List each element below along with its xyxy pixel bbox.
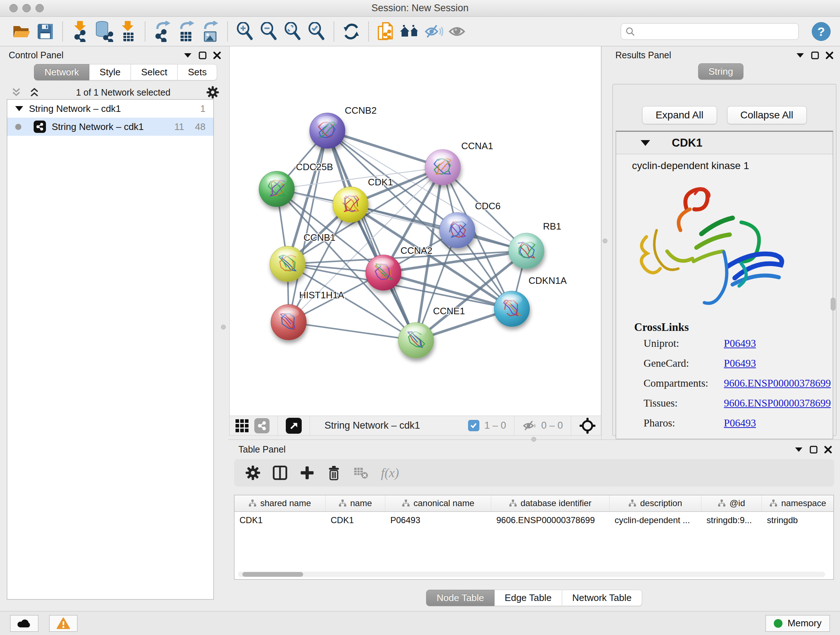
eye-button[interactable] (446, 20, 470, 43)
panel-float-button[interactable] (796, 52, 805, 58)
function-builder-button[interactable]: f(x) (381, 465, 399, 480)
search-input[interactable] (638, 27, 794, 36)
column-header--id[interactable]: @id (701, 495, 762, 511)
open-session-button[interactable] (9, 20, 33, 43)
panel-close-button[interactable] (213, 51, 221, 59)
collection-expander-icon[interactable] (15, 106, 23, 111)
delete-table-icon[interactable] (354, 466, 369, 479)
crosslink-value-link[interactable]: 9606.ENSP00000378699 (724, 377, 831, 389)
network-edge-cdk1-rb1[interactable] (351, 204, 526, 251)
create-column-plus-icon[interactable] (300, 466, 314, 480)
table-cell[interactable]: 9606.ENSP00000378699 (491, 512, 609, 529)
column-header-database-identifier[interactable]: database identifier (491, 495, 609, 511)
network-edge-ccnb2-ccna1[interactable] (327, 131, 443, 167)
network-node-hist1h1a[interactable]: HIST1H1A (271, 290, 344, 340)
column-header-description[interactable]: description (609, 495, 701, 511)
network-graph[interactable]: CCNB2CCNA1CDC25BCDK1CDC6RB1CCNB1CCNA2CDK… (230, 46, 601, 415)
collapse-all-networks-icon[interactable] (11, 87, 22, 98)
protein-card-header[interactable]: CDK1 (616, 132, 833, 154)
tab-select[interactable]: Select (131, 64, 178, 80)
export-image-button[interactable] (198, 20, 222, 43)
panel-undock-button[interactable] (811, 51, 819, 59)
table-row[interactable]: CDK1CDK1P064939606.ENSP00000378699cyclin… (234, 512, 834, 529)
protein-card-expander-icon[interactable] (641, 140, 650, 146)
selected-nodes-checkbox[interactable] (468, 420, 479, 431)
fit-selected-crosshair-icon[interactable] (579, 417, 596, 434)
column-header-namespace[interactable]: namespace (762, 495, 834, 511)
crosslink-value-link[interactable]: P06493 (724, 357, 756, 369)
warnings-button[interactable] (49, 615, 77, 632)
panel-undock-button[interactable] (199, 51, 207, 59)
birdseye-view-icon[interactable] (235, 418, 249, 433)
export-table-button[interactable] (174, 20, 198, 43)
results-scrollbar-thumb[interactable] (831, 298, 836, 310)
import-network-file-button[interactable] (68, 20, 92, 43)
export-network-button[interactable] (150, 20, 174, 43)
collapse-all-button[interactable]: Collapse All (727, 106, 807, 124)
network-node-ccne1[interactable]: CCNE1 (398, 306, 465, 358)
cloud-status-button[interactable] (10, 615, 38, 632)
table-cell[interactable]: stringdb (762, 512, 834, 529)
column-header-shared-name[interactable]: shared name (234, 495, 325, 511)
tab-sets[interactable]: Sets (178, 64, 217, 80)
import-network-database-button[interactable] (92, 20, 116, 43)
zoom-selected-button[interactable] (305, 20, 328, 43)
tab-node-table[interactable]: Node Table (426, 590, 494, 606)
network-node-ccna1[interactable]: CCNA1 (425, 141, 493, 185)
panel-close-button[interactable] (824, 446, 832, 454)
crosslink-value-link[interactable]: P06493 (724, 337, 756, 349)
crosslink-value-link[interactable]: 9606.ENSP00000378699 (724, 397, 831, 409)
column-header-canonical-name[interactable]: canonical name (385, 495, 491, 511)
close-button[interactable] (9, 4, 18, 12)
table-cell[interactable]: cyclin-dependent ... (609, 512, 701, 529)
tab-style[interactable]: Style (89, 64, 131, 80)
splitter-handle[interactable] (603, 239, 607, 243)
table-cell[interactable]: CDK1 (325, 512, 385, 529)
column-header-name[interactable]: name (325, 495, 385, 511)
table-cell[interactable]: CDK1 (234, 512, 325, 529)
detach-view-button[interactable] (286, 418, 302, 434)
tab-network[interactable]: Network (34, 64, 89, 80)
panel-undock-button[interactable] (810, 446, 818, 454)
network-options-gear-icon[interactable] (207, 86, 219, 98)
network-edge-ccnb2-ccne1[interactable] (327, 131, 416, 340)
zoom-fit-button[interactable] (281, 20, 305, 43)
delete-column-trash-icon[interactable] (327, 465, 341, 480)
import-table-button[interactable] (116, 20, 140, 43)
zoom-in-button[interactable] (233, 20, 257, 43)
splitter-handle[interactable] (221, 325, 226, 329)
table-horizontal-scrollbar[interactable] (238, 572, 825, 577)
help-button[interactable]: ? (812, 22, 831, 41)
network-edge-hist1h1a-ccne1[interactable] (289, 322, 416, 340)
network-node-rb1[interactable]: RB1 (508, 221, 561, 269)
scrollbar-thumb[interactable] (242, 572, 303, 577)
network-row-selected[interactable]: String Network – cdk1 11 48 (7, 118, 213, 136)
save-session-button[interactable] (33, 20, 57, 43)
memory-button[interactable]: Memory (766, 615, 830, 632)
apply-layout-button[interactable] (339, 20, 363, 43)
zoom-button[interactable] (35, 4, 44, 12)
splitter-handle[interactable] (531, 437, 536, 442)
network-canvas[interactable]: CCNB2CCNA1CDC25BCDK1CDC6RB1CCNB1CCNA2CDK… (229, 46, 601, 416)
minimize-button[interactable] (22, 4, 31, 12)
show-columns-icon[interactable] (272, 465, 287, 480)
string-view-icon[interactable] (254, 418, 270, 433)
network-collection-row[interactable]: String Network – cdk1 1 (7, 100, 213, 118)
table-cell[interactable]: stringdb:9... (701, 512, 762, 529)
new-network-from-selection-button[interactable] (374, 20, 398, 43)
network-node-ccnb1[interactable]: CCNB1 (270, 232, 335, 282)
string-home-button[interactable] (398, 20, 422, 43)
crosslink-value-link[interactable]: P06493 (724, 417, 756, 429)
panel-float-button[interactable] (183, 52, 192, 58)
panel-float-button[interactable] (794, 447, 803, 453)
tab-edge-table[interactable]: Edge Table (494, 590, 562, 606)
table-options-gear-icon[interactable] (246, 466, 260, 480)
show-hide-details-button[interactable] (422, 20, 446, 43)
tab-string[interactable]: String (698, 63, 744, 80)
expand-all-button[interactable]: Expand All (642, 106, 717, 124)
network-node-cdkn1a[interactable]: CDKN1A (494, 275, 567, 326)
zoom-out-button[interactable] (257, 20, 281, 43)
expand-all-networks-icon[interactable] (29, 87, 40, 98)
table-cell[interactable]: P06493 (385, 512, 491, 529)
tab-network-table[interactable]: Network Table (562, 590, 642, 606)
